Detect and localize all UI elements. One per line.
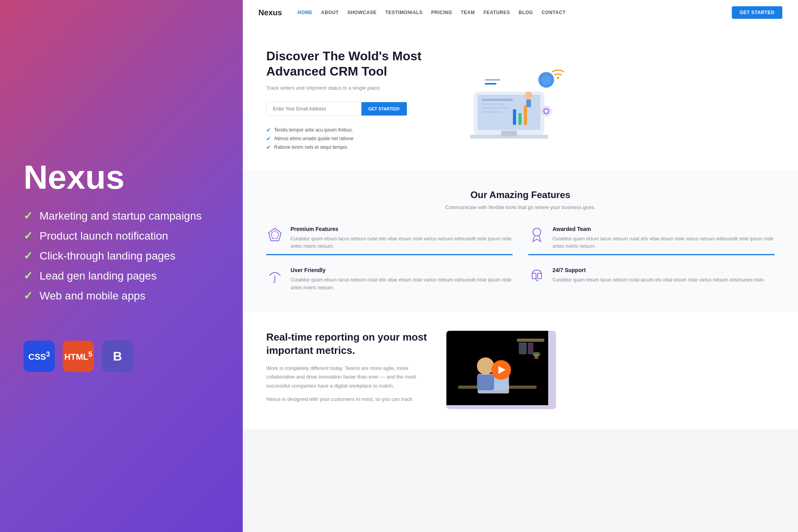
svg-rect-2 bbox=[482, 99, 513, 101]
check-icon: ✓ bbox=[23, 289, 32, 302]
features-subtitle: Communicate with flexible tools that go … bbox=[266, 204, 775, 210]
feature-card-awarded: Awarded Team Curabitur quam etsum lacus … bbox=[528, 226, 775, 255]
feature-info: Premium Features Curabitur quam etsum la… bbox=[291, 226, 513, 250]
email-input[interactable] bbox=[267, 102, 361, 115]
nav-link-pricing[interactable]: PRICING bbox=[431, 10, 452, 15]
svg-marker-23 bbox=[271, 231, 279, 238]
nav-logo: Nexus bbox=[258, 8, 282, 17]
umbrella-icon bbox=[266, 267, 283, 284]
list-item: ✓ Web and mobile apps bbox=[23, 289, 219, 302]
features-grid: Premium Features Curabitur quam etsum la… bbox=[266, 226, 775, 292]
feature-card-friendly: User Friendly Curabitur quam etsum lacus… bbox=[266, 267, 513, 291]
app-title: Nexus bbox=[23, 160, 219, 194]
section-header: Our Amazing Features Communicate with fl… bbox=[266, 189, 775, 210]
hero-content: Discover The Wold's Most Advanced CRM To… bbox=[266, 49, 431, 150]
svg-point-24 bbox=[533, 228, 541, 236]
diamond-icon bbox=[266, 226, 283, 243]
css-badge: CSS3 bbox=[23, 341, 55, 372]
check-icon: ✓ bbox=[23, 249, 32, 262]
nav-link-team[interactable]: TEAM bbox=[461, 10, 475, 15]
nav-link-about[interactable]: ABOUT bbox=[321, 10, 339, 15]
reporting-text-2: Nexus is designed with your customers in… bbox=[266, 395, 431, 404]
svg-marker-22 bbox=[269, 228, 281, 241]
svg-rect-27 bbox=[538, 273, 542, 279]
hero-cta-button[interactable]: GET STARTED! bbox=[361, 102, 407, 115]
hero-section: Discover The Wold's Most Advanced CRM To… bbox=[243, 25, 798, 170]
svg-rect-17 bbox=[485, 79, 500, 81]
hero-subtitle: Track orders and shipment status in a si… bbox=[266, 85, 431, 91]
check-circle-icon: ✔ bbox=[266, 135, 271, 142]
svg-rect-18 bbox=[485, 83, 496, 85]
play-triangle-icon bbox=[498, 366, 506, 374]
list-item: ✔ Tendis tempor ante acu ipsum finibus. bbox=[266, 127, 431, 133]
left-panel: Nexus ✓ Marketing and startup campaigns … bbox=[0, 0, 243, 532]
svg-rect-15 bbox=[524, 105, 527, 125]
svg-point-11 bbox=[525, 92, 533, 99]
check-circle-icon: ✔ bbox=[266, 144, 271, 150]
svg-rect-33 bbox=[534, 354, 538, 359]
check-icon: ✓ bbox=[23, 209, 32, 222]
svg-rect-31 bbox=[528, 343, 533, 354]
features-title: Our Amazing Features bbox=[266, 189, 775, 200]
hero-checklist: ✔ Tendis tempor ante acu ipsum finibus. … bbox=[266, 127, 431, 150]
check-icon: ✓ bbox=[23, 269, 32, 282]
svg-rect-4 bbox=[482, 107, 509, 109]
list-item: ✓ Lead gen landing pages bbox=[23, 269, 219, 282]
html-badge: HTML5 bbox=[63, 341, 94, 372]
feature-info: User Friendly Curabitur quam etsum lacus… bbox=[291, 267, 513, 291]
nav-links: HOME ABOUT SHOWCASE TESTIMONIALS PRICING… bbox=[298, 10, 720, 15]
svg-point-9 bbox=[542, 75, 551, 85]
feature-info: 24/7 Support Curabitur quam etsum lacus … bbox=[552, 267, 765, 284]
svg-point-10 bbox=[557, 77, 559, 79]
nav-link-showcase[interactable]: SHOWCASE bbox=[347, 10, 377, 15]
list-item: ✓ Click-through landing pages bbox=[23, 249, 219, 262]
features-section: Our Amazing Features Communicate with fl… bbox=[243, 170, 798, 311]
support-icon bbox=[528, 267, 545, 284]
list-item: ✔ Ratione lorem nets et sequi tempor. bbox=[266, 144, 431, 150]
list-item: ✓ Product launch notification bbox=[23, 229, 219, 242]
get-started-button[interactable]: GET STARTED bbox=[732, 6, 782, 19]
svg-rect-7 bbox=[501, 131, 517, 136]
svg-rect-30 bbox=[519, 343, 527, 354]
reporting-image bbox=[446, 331, 556, 409]
nav-link-blog[interactable]: BLOG bbox=[519, 10, 533, 15]
award-icon bbox=[528, 226, 545, 243]
check-circle-icon: ✔ bbox=[266, 127, 271, 133]
play-button[interactable] bbox=[491, 360, 511, 380]
list-item: ✔ Atimus etims urnatis quisle net ration… bbox=[266, 135, 431, 142]
right-panel: Nexus HOME ABOUT SHOWCASE TESTIMONIALS P… bbox=[243, 0, 798, 532]
reporting-title: Real-time reporting on your most importa… bbox=[266, 331, 431, 357]
feature-info: Awarded Team Curabitur quam etsum lacus … bbox=[552, 226, 775, 250]
tech-badges: CSS3 HTML5 B bbox=[23, 341, 219, 372]
reporting-content: Real-time reporting on your most importa… bbox=[266, 331, 431, 408]
list-item: ✓ Marketing and startup campaigns bbox=[23, 209, 219, 222]
svg-rect-3 bbox=[482, 103, 505, 105]
feature-card-premium: Premium Features Curabitur quam etsum la… bbox=[266, 226, 513, 255]
reporting-section: Real-time reporting on your most importa… bbox=[243, 311, 798, 429]
feature-card-support: 24/7 Support Curabitur quam etsum lacus … bbox=[528, 267, 775, 291]
bootstrap-badge: B bbox=[102, 341, 133, 372]
nav-link-testimonials[interactable]: TESTIMONIALS bbox=[385, 10, 422, 15]
svg-rect-13 bbox=[513, 109, 516, 125]
nav-link-home[interactable]: HOME bbox=[298, 10, 312, 15]
check-icon: ✓ bbox=[23, 229, 32, 242]
reporting-text-1: Work is completely different today. Team… bbox=[266, 364, 431, 390]
nav-link-features[interactable]: FEATURES bbox=[484, 10, 510, 15]
svg-point-21 bbox=[545, 110, 548, 113]
hero-title: Discover The Wold's Most Advanced CRM To… bbox=[266, 49, 431, 79]
navbar: Nexus HOME ABOUT SHOWCASE TESTIMONIALS P… bbox=[243, 0, 798, 25]
svg-rect-26 bbox=[532, 273, 536, 279]
hero-illustration bbox=[446, 49, 572, 150]
svg-rect-5 bbox=[482, 111, 501, 113]
svg-rect-29 bbox=[517, 339, 544, 342]
svg-rect-38 bbox=[477, 375, 494, 390]
nav-link-contact[interactable]: CONTACT bbox=[542, 10, 565, 15]
hero-form: GET STARTED! bbox=[266, 102, 407, 116]
feature-list: ✓ Marketing and startup campaigns ✓ Prod… bbox=[23, 209, 219, 309]
svg-rect-14 bbox=[518, 113, 522, 125]
